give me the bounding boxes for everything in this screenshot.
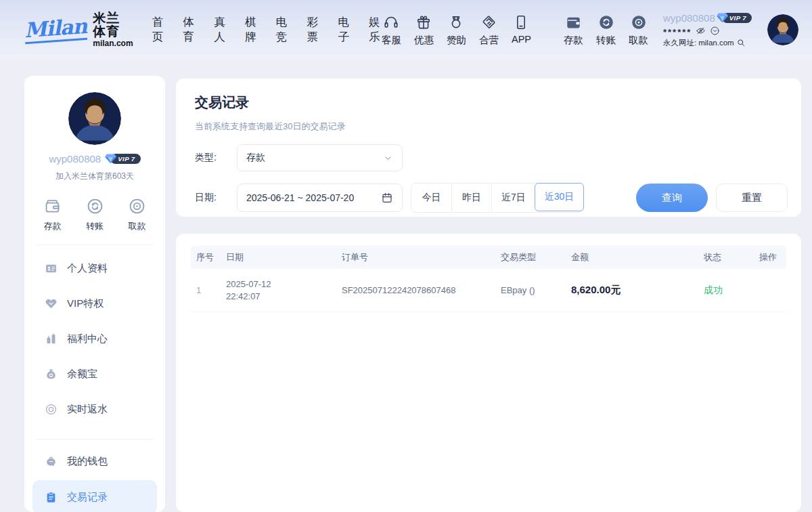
sidebar-transfer-shortcut[interactable]: 转账 bbox=[86, 197, 104, 232]
sidebar-item-rebate[interactable]: 实时返水 bbox=[24, 391, 165, 427]
withdraw-outline-icon bbox=[128, 197, 146, 215]
withdraw-button[interactable]: 取款 bbox=[629, 13, 648, 47]
navbar-right: 客服 优惠 赞助 合营 bbox=[382, 12, 798, 48]
navbar-quick-actions: 客服 优惠 赞助 合营 bbox=[382, 13, 648, 47]
medal-icon bbox=[448, 13, 464, 30]
permanent-url-label: 永久网址: bbox=[663, 38, 696, 48]
transfer-filled-icon bbox=[598, 13, 614, 30]
search-icon[interactable] bbox=[736, 38, 746, 47]
header-date: 日期 bbox=[226, 251, 342, 263]
sidebar-item-profile[interactable]: 个人资料 bbox=[24, 251, 165, 286]
wallet-outline-icon bbox=[43, 197, 62, 215]
vip-gem-icon bbox=[105, 154, 116, 164]
user-line-identity: wyp080808 VIP 7 bbox=[663, 12, 758, 24]
username: wyp080808 bbox=[663, 12, 715, 24]
main-nav: 首页 体育 真人 棋牌 电竞 彩票 电子 娱乐 bbox=[152, 15, 382, 45]
wallet-filled-icon bbox=[565, 13, 582, 30]
brand-logo-script: Milan bbox=[24, 16, 87, 43]
sidebar-item-transactions[interactable]: 交易记录 bbox=[32, 480, 157, 512]
sidebar-item-my-wallet[interactable]: 我的钱包 bbox=[24, 444, 165, 479]
nav-item-lottery[interactable]: 彩票 bbox=[307, 15, 320, 45]
table-row: 1 2025-07-12 22:42:07 SF2025071222420786… bbox=[191, 269, 786, 312]
sidebar-item-vip[interactable]: VIP特权 bbox=[24, 286, 165, 321]
sidebar-withdraw-shortcut[interactable]: 取款 bbox=[128, 197, 146, 232]
quick-range-group: 今日 昨日 近7日 近30日 bbox=[411, 183, 584, 213]
top-navbar: Milan 米兰体育 milan.com 首页 体育 真人 棋牌 电竞 彩票 电… bbox=[0, 0, 812, 60]
vip-gem-icon bbox=[717, 13, 728, 23]
sidebar-divider bbox=[37, 439, 153, 440]
header-order-no: 订单号 bbox=[342, 251, 501, 263]
header-status: 状态 bbox=[704, 251, 759, 263]
range-30days-button[interactable]: 近30日 bbox=[535, 183, 585, 211]
nav-item-entertainment[interactable]: 娱乐 bbox=[369, 15, 382, 45]
filter-action-buttons: 查询 重置 bbox=[636, 184, 788, 212]
table-header-row: 序号 日期 订单号 交易类型 金额 状态 操作 bbox=[191, 246, 786, 269]
calendar-icon bbox=[381, 192, 393, 204]
nav-item-slots[interactable]: 电子 bbox=[338, 15, 351, 45]
search-button[interactable]: 查询 bbox=[636, 184, 708, 212]
brand-logo[interactable]: Milan 米兰体育 milan.com bbox=[24, 12, 133, 49]
sidebar-avatar bbox=[68, 92, 121, 145]
sidebar-deposit-shortcut[interactable]: 存款 bbox=[43, 197, 62, 232]
page-title: 交易记录 bbox=[195, 93, 788, 112]
welfare-icon bbox=[45, 333, 58, 345]
vip-gem-icon bbox=[45, 297, 58, 310]
range-yesterday-button[interactable]: 昨日 bbox=[451, 184, 491, 212]
type-label: 类型: bbox=[195, 152, 218, 164]
transfer-button[interactable]: 转账 bbox=[596, 13, 616, 47]
nav-item-live[interactable]: 真人 bbox=[214, 15, 227, 45]
brand-names: 米兰体育 milan.com bbox=[93, 12, 133, 49]
sidebar-wallet-shortcuts: 存款 转账 取款 bbox=[24, 197, 165, 232]
status-badge: 成功 bbox=[704, 284, 759, 297]
withdraw-filled-icon bbox=[631, 13, 647, 30]
sidebar-vip-badge: VIP 7 bbox=[105, 154, 140, 164]
app-button[interactable]: APP bbox=[512, 13, 531, 45]
eye-off-icon[interactable] bbox=[696, 26, 706, 36]
nav-item-home[interactable]: 首页 bbox=[152, 15, 165, 45]
avatar[interactable] bbox=[767, 14, 798, 45]
cell-order-no: SF202507122242078607468 bbox=[342, 285, 501, 295]
clipboard-icon bbox=[45, 491, 58, 504]
sponsor-button[interactable]: 赞助 bbox=[447, 13, 466, 47]
date-filter-row: 日期: 2025-06-21 ~ 2025-07-20 今日 昨日 近7日 近3… bbox=[195, 183, 788, 213]
partner-button[interactable]: 合营 bbox=[479, 13, 499, 47]
date-range-value: 2025-06-21 ~ 2025-07-20 bbox=[246, 192, 354, 203]
user-line-balance: ****** bbox=[663, 26, 758, 36]
reset-button[interactable]: 重置 bbox=[716, 184, 788, 212]
sidebar: wyp080808 VIP 7 加入米兰体育第603天 存款 转账 取款 bbox=[24, 76, 165, 512]
headset-icon bbox=[383, 13, 399, 30]
chevron-circle-icon[interactable] bbox=[710, 26, 720, 36]
sidebar-item-welfare[interactable]: 福利中心 bbox=[24, 321, 165, 356]
range-today-button[interactable]: 今日 bbox=[411, 184, 451, 212]
sidebar-item-yuebao[interactable]: 余额宝 bbox=[24, 356, 165, 391]
nav-item-esports[interactable]: 电竞 bbox=[276, 15, 289, 45]
date-range-input[interactable]: 2025-06-21 ~ 2025-07-20 bbox=[237, 184, 403, 212]
header-amount: 金额 bbox=[571, 251, 704, 263]
permanent-url-value: milan.com bbox=[698, 39, 734, 47]
sidebar-menu: 个人资料 VIP特权 福利中心 余额宝 实时返水 bbox=[24, 249, 165, 512]
service-button[interactable]: 客服 bbox=[382, 13, 401, 47]
range-7days-button[interactable]: 近7日 bbox=[491, 184, 535, 212]
id-card-icon bbox=[45, 262, 58, 275]
transactions-table-card: 序号 日期 订单号 交易类型 金额 状态 操作 1 2025-07-12 22:… bbox=[176, 234, 801, 512]
vip-badge: VIP 7 bbox=[717, 13, 752, 23]
cell-date-day: 2025-07-12 bbox=[226, 278, 342, 291]
brand-name-cn: 米兰体育 bbox=[93, 12, 133, 40]
header-index: 序号 bbox=[191, 251, 226, 263]
nav-item-cards[interactable]: 棋牌 bbox=[245, 15, 258, 45]
header-type: 交易类型 bbox=[501, 251, 571, 263]
deposit-button[interactable]: 存款 bbox=[564, 13, 583, 47]
phone-icon bbox=[513, 13, 529, 30]
transfer-outline-icon bbox=[86, 197, 104, 215]
filter-card: 交易记录 当前系统支持查询最近30日的交易记录 类型: 存款 日期: 2025-… bbox=[176, 79, 801, 217]
nav-item-sports[interactable]: 体育 bbox=[183, 15, 196, 45]
page-subtitle: 当前系统支持查询最近30日的交易记录 bbox=[195, 121, 788, 133]
type-select[interactable]: 存款 bbox=[237, 144, 403, 171]
brand-domain: milan.com bbox=[93, 39, 133, 48]
type-filter-row: 类型: 存款 bbox=[195, 144, 788, 171]
rebate-icon bbox=[45, 403, 58, 416]
user-info-block: wyp080808 VIP 7 ****** 永久网址: bbox=[663, 12, 758, 48]
masked-balance: ****** bbox=[663, 26, 692, 36]
promo-button[interactable]: 优惠 bbox=[414, 13, 434, 47]
sidebar-username: wyp080808 bbox=[49, 153, 101, 165]
